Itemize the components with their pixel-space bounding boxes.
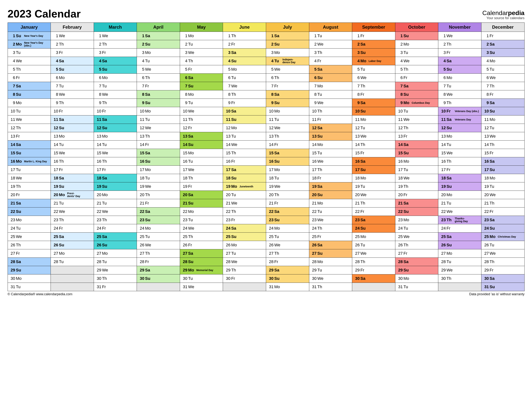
event-label: Columbus Day	[412, 102, 437, 104]
day-number: 14	[52, 142, 58, 147]
day-of-week: Sa	[318, 125, 325, 130]
day-number: 12	[181, 125, 187, 130]
day-number: 3	[483, 50, 489, 55]
day-of-week: We	[274, 184, 282, 189]
day-of-week: Su	[102, 184, 109, 189]
day-number: 17	[95, 167, 101, 172]
day-number: 22	[396, 209, 403, 214]
day-number: 27	[483, 251, 489, 256]
day-of-week: We	[490, 193, 497, 197]
day-cell: 26Tu	[481, 241, 524, 249]
day-cell: 8Su	[395, 90, 438, 99]
brand-tagline: Your source for calendars	[482, 16, 525, 20]
day-of-week: We	[490, 75, 497, 80]
day-of-week: Th	[360, 84, 368, 89]
day-number: 29	[267, 268, 274, 272]
day-of-week: Sa	[102, 117, 109, 122]
day-number: 8	[310, 92, 317, 97]
day-cell: 1Tu	[309, 32, 352, 40]
day-of-week: Sa	[16, 201, 23, 206]
day-cell: 4We	[395, 57, 438, 65]
day-number: 3	[439, 50, 446, 55]
day-cell: 22We	[438, 208, 481, 216]
day-cell: 14Sa	[395, 141, 438, 149]
day-cell: 28Fr	[137, 258, 180, 266]
day-number: 6	[138, 75, 144, 80]
month-header-november: November	[438, 23, 481, 32]
day-of-week: We	[360, 193, 368, 197]
day-number: 15	[95, 150, 101, 155]
day-cell: 13Th	[266, 132, 309, 141]
day-cell: 4Sa	[51, 57, 94, 65]
day-number: 25	[483, 234, 489, 239]
day-of-week: Sa	[188, 75, 196, 80]
day-of-week: Su	[231, 234, 239, 239]
day-cell: 14Su	[180, 141, 223, 149]
day-of-week: Mo	[188, 268, 196, 272]
day-cell: 23Sa	[481, 216, 524, 224]
day-cell: 28Th	[352, 258, 395, 266]
day-number: 13	[224, 134, 230, 139]
day-of-week: Fr	[231, 276, 239, 281]
event-label: New Year's Day	[24, 35, 50, 37]
day-cell: 2Sa	[481, 40, 524, 48]
day-cell: 16Su	[266, 157, 309, 166]
day-cell: 9Fr	[223, 99, 266, 107]
day-of-week: Mo	[318, 201, 325, 206]
day-number: 5	[9, 67, 15, 72]
day-number: 14	[267, 142, 274, 147]
day-of-week: Fr	[318, 117, 325, 122]
day-number: 15	[310, 150, 317, 155]
day-of-week: Su	[490, 50, 497, 55]
day-of-week: Tu	[188, 42, 196, 47]
blank-cell	[223, 283, 266, 291]
day-of-week: Tu	[446, 142, 454, 147]
day-cell: 26Th	[395, 241, 438, 249]
day-number: 21	[9, 201, 15, 206]
day-of-week: Th	[188, 234, 196, 239]
day-cell: 19MoJuneteenth	[223, 182, 266, 191]
day-number: 5	[396, 67, 403, 72]
day-cell: 6We	[352, 74, 395, 82]
day-of-week: Th	[188, 176, 196, 180]
day-number: 21	[181, 201, 187, 206]
day-number: 28	[396, 259, 403, 264]
day-cell: 28Mo	[309, 258, 352, 266]
day-number: 7	[138, 84, 144, 89]
day-of-week: Tu	[274, 234, 282, 239]
day-of-week: Su	[59, 67, 66, 72]
day-of-week: Mo	[446, 134, 454, 139]
day-of-week: Mo	[360, 176, 368, 180]
day-number: 17	[310, 167, 317, 172]
day-number: 3	[138, 50, 144, 55]
day-of-week: Mo	[446, 251, 454, 256]
day-of-week: Th	[490, 201, 497, 206]
day-cell: 5Tu	[481, 65, 524, 74]
day-cell: 27Th	[137, 249, 180, 258]
day-cell: 15We	[94, 149, 137, 157]
day-of-week: We	[318, 42, 325, 47]
day-number: 19	[9, 184, 15, 189]
day-cell: 25Tu	[266, 233, 309, 241]
day-cell: 24Tu	[395, 224, 438, 233]
day-of-week: Mo	[360, 117, 368, 122]
day-number: 4	[396, 59, 403, 63]
day-number: 4	[439, 59, 446, 63]
day-cell: 19Tu	[481, 182, 524, 191]
day-number: 3	[267, 50, 274, 55]
day-of-week: Tu	[188, 218, 196, 222]
day-number: 20	[138, 193, 144, 197]
day-number: 16	[310, 159, 317, 164]
day-number: 4	[224, 59, 230, 63]
event-label: Labor Day	[368, 60, 394, 62]
day-cell: 11SaVeterans Day	[438, 116, 481, 124]
day-number: 7	[95, 84, 101, 89]
day-of-week: We	[360, 251, 368, 256]
day-number: 9	[267, 100, 274, 105]
day-cell: 9Su	[137, 99, 180, 107]
day-of-week: Sa	[59, 117, 66, 122]
day-cell: 22Fr	[481, 208, 524, 216]
day-number: 2	[52, 42, 58, 47]
day-number: 7	[439, 84, 446, 89]
day-number: 24	[310, 226, 317, 231]
